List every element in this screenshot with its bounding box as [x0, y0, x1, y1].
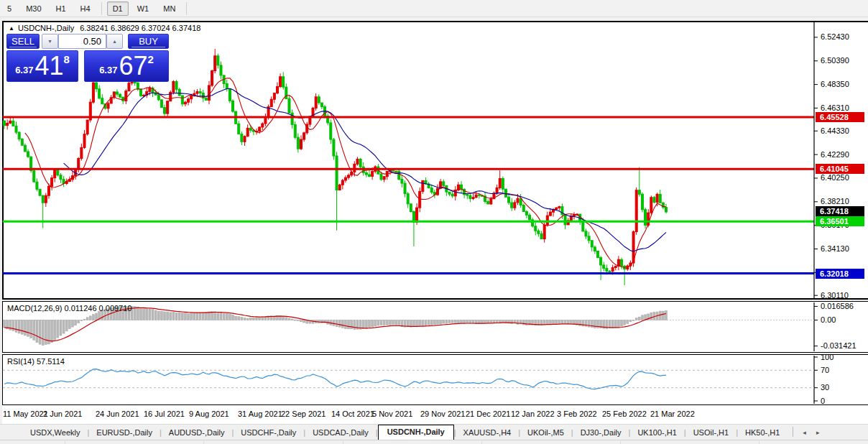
toolbar-timeframe-5[interactable]: 5 — [1, 1, 17, 16]
sell-price-button[interactable]: 6.37 41 8 — [6, 50, 78, 82]
rsi-tick-label: 30 — [821, 383, 829, 392]
status-divider — [620, 441, 621, 444]
date-label: 29 Nov 2021 — [420, 410, 465, 418]
price-tick-label: 6.50390 — [821, 56, 849, 65]
price-tick-label: 6.46310 — [821, 103, 849, 112]
date-label: 9 Aug 2021 — [189, 410, 229, 418]
tab-scroll-separator — [793, 427, 793, 437]
chart-tab-usdcnh-daily[interactable]: USDCNH-,Daily — [378, 425, 454, 440]
date-label: 14 Oct 2021 — [331, 410, 374, 418]
one-click-trade-panel: SELL ▼ ▲ BUY 6.37 41 8 6.37 67 2 — [6, 34, 169, 83]
chart-symbol-label: USDCNH-,Daily — [18, 24, 74, 32]
price-tick-label: 6.48350 — [821, 80, 849, 88]
macd-tick-label: 0.00 — [821, 315, 836, 324]
sell-button[interactable]: SELL — [6, 34, 40, 49]
buy-price-pips: 67 — [119, 54, 147, 78]
macd-indicator-label: MACD(12,26,9) 0.011246 0.009710 — [7, 304, 131, 313]
chart-tab-usdchf-daily[interactable]: USDCHF-,Daily — [234, 426, 303, 440]
chart-tab-eurusd-daily[interactable]: EURUSD-,Daily — [89, 426, 160, 440]
sell-price-pips: 41 — [34, 54, 63, 78]
status-divider — [203, 441, 204, 444]
rsi-panel — [2, 354, 868, 405]
toolbar-separator — [101, 2, 102, 15]
level-price-badge: 6.32018 — [816, 269, 864, 279]
price-tick-label: 6.34130 — [821, 244, 849, 253]
buy-price-point: 2 — [148, 55, 154, 64]
rsi-tick-label: 70 — [821, 366, 829, 374]
status-divider — [343, 441, 343, 444]
chart-tab-dj30-daily[interactable]: DJ30-,Daily — [573, 426, 629, 440]
status-divider — [65, 441, 65, 444]
chart-tab-audusd-daily[interactable]: AUDUSD-,Daily — [162, 426, 232, 440]
chart-tab-xauusd-h4[interactable]: XAUUSD-,H4 — [456, 426, 519, 440]
status-divider — [481, 441, 482, 444]
toolbar-timeframe-m30[interactable]: M30 — [20, 1, 47, 16]
status-divider — [759, 441, 760, 444]
volume-input[interactable] — [58, 34, 106, 49]
timeframe-toolbar: 5M30H1H4D1W1MN — [0, 0, 868, 17]
price-tick-label: 6.30110 — [821, 291, 849, 300]
status-bar — [0, 440, 868, 444]
buy-button[interactable]: BUY — [128, 34, 169, 49]
date-label: 25 Feb 2022 — [602, 410, 647, 418]
chart-tab-usoil-h1[interactable]: USOil-,H1 — [686, 426, 737, 440]
date-axis: 11 May 20212 Jun 202124 Jun 202116 Jul 2… — [2, 405, 868, 424]
date-label: 24 Jun 2021 — [96, 410, 139, 418]
date-label: 3 Feb 2022 — [557, 410, 597, 418]
price-tick-label: 6.38210 — [821, 197, 849, 205]
chart-ohlc-values: 6.38241 6.38629 6.37024 6.37418 — [80, 24, 200, 32]
collapse-triangle-icon[interactable]: ▲ — [9, 25, 14, 32]
sell-price-base: 6.37 — [15, 63, 33, 78]
price-tick-label: 6.40250 — [821, 173, 849, 182]
toolbar-timeframe-w1[interactable]: W1 — [131, 1, 155, 16]
trading-app-window: 5M30H1H4D1W1MN ▲USDCNH-,Daily6.38241 6.3… — [0, 0, 868, 444]
toolbar-timeframe-mn[interactable]: MN — [157, 1, 181, 16]
toolbar-separator — [186, 2, 187, 15]
date-label: 5 Nov 2021 — [372, 410, 412, 418]
chart-tab-ukoil-m5[interactable]: UKOil-,M5 — [520, 426, 571, 440]
date-label: 31 Aug 2021 — [238, 410, 282, 418]
date-label: 16 Jul 2021 — [144, 410, 185, 418]
macd-panel — [2, 301, 868, 353]
date-label: 12 Jan 2022 — [511, 410, 555, 418]
rsi-indicator-label: RSI(14) 57.5114 — [7, 357, 65, 366]
date-label: 2 Jun 2021 — [43, 410, 82, 418]
level-price-badge: 6.45528 — [816, 112, 864, 122]
buy-price-button[interactable]: 6.37 67 2 — [84, 50, 169, 82]
chart-tab-hk50-h1[interactable]: HK50-,H1 — [738, 426, 787, 440]
level-price-badge: 6.36501 — [816, 216, 864, 226]
chart-tab-uk100-h1[interactable]: UK100-,H1 — [630, 426, 683, 440]
triangle-down-icon: ▼ — [47, 39, 52, 44]
tab-scroll-left-button[interactable]: ◂ — [798, 429, 811, 440]
chart-tab-bar: USDX,Weekly|EURUSD-,Daily|AUDUSD-,Daily|… — [0, 424, 868, 440]
current-price-badge: 6.37418 — [816, 206, 864, 216]
date-label: 21 Mar 2022 — [650, 410, 695, 418]
macd-tick-label: -0.031421 — [821, 341, 857, 350]
toolbar-timeframe-h1[interactable]: H1 — [50, 1, 72, 16]
volume-decrease-button[interactable]: ▼ — [42, 34, 58, 49]
level-price-badge: 6.41045 — [816, 164, 864, 174]
macd-tick-label: 0.016586 — [821, 302, 854, 310]
date-label: 21 Dec 2021 — [466, 410, 510, 418]
volume-increase-button[interactable]: ▲ — [106, 34, 123, 49]
date-label: 11 May 2021 — [3, 410, 48, 418]
date-label: 22 Sep 2021 — [281, 410, 326, 418]
buy-price-base: 6.37 — [99, 63, 117, 78]
price-tick-label: 6.42290 — [821, 150, 849, 159]
price-tick-label: 6.52430 — [821, 32, 849, 41]
chart-tab-usdcad-daily[interactable]: USDCAD-,Daily — [305, 426, 376, 440]
toolbar-timeframe-h4[interactable]: H4 — [75, 1, 96, 16]
chart-tab-usdx-weekly[interactable]: USDX,Weekly — [23, 426, 87, 440]
sell-price-point: 8 — [64, 55, 70, 64]
toolbar-timeframe-d1[interactable]: D1 — [107, 1, 129, 16]
tab-scroll-right-button[interactable]: ▸ — [811, 429, 825, 440]
triangle-up-icon: ▲ — [112, 39, 117, 44]
rsi-tick-label: 0 — [821, 397, 825, 405]
rsi-tick-label: 100 — [821, 353, 834, 361]
chart-title: ▲USDCNH-,Daily6.38241 6.38629 6.37024 6.… — [9, 24, 200, 32]
price-tick-label: 6.44330 — [821, 126, 849, 135]
